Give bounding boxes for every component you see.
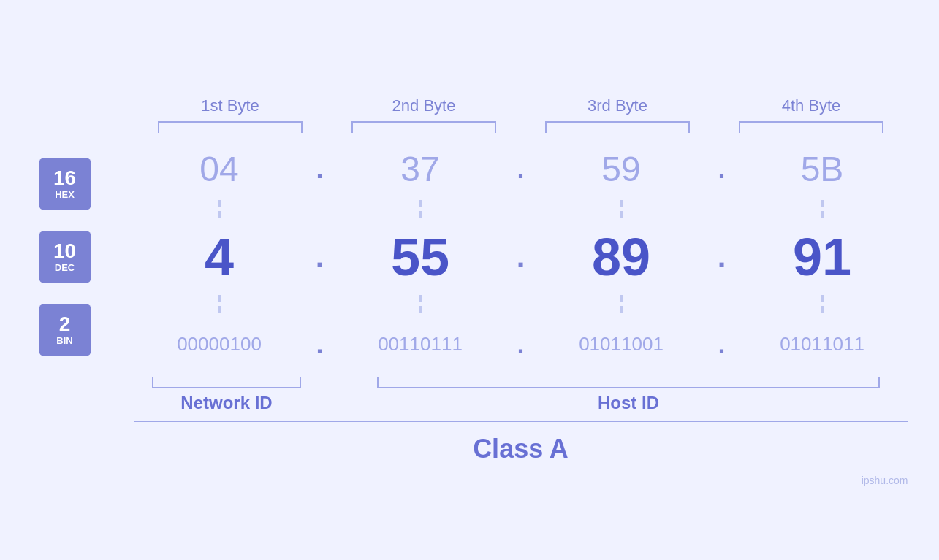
hex-label: HEX	[55, 189, 75, 200]
hex-number: 16	[53, 167, 76, 190]
dec-badge: 10 DEC	[39, 231, 91, 283]
byte-headers: 1st Byte 2nd Byte 3rd Byte 4th Byte	[134, 96, 908, 115]
hex-val2: 37	[400, 150, 439, 188]
dec-dot2: .	[506, 220, 536, 294]
dec-dot1: .	[305, 220, 335, 294]
byte1-header: 1st Byte	[134, 96, 327, 115]
dec-number: 10	[53, 240, 76, 263]
bin-dot1: .	[305, 329, 335, 360]
watermark: ipshu.com	[862, 475, 908, 486]
class-label: Class A	[473, 434, 569, 464]
bin-label: BIN	[56, 335, 72, 346]
values-grid: 04 . 37 . 59 . 5B	[134, 140, 908, 374]
base-labels: 16 HEX 10 DEC 2 BIN	[31, 140, 134, 374]
dec-row: 4 . 55 . 89 . 91	[134, 220, 908, 294]
hex-dot2: .	[506, 154, 536, 185]
bin-val2: 00110111	[378, 333, 463, 355]
dec-val4: 91	[793, 228, 851, 286]
bin-badge: 2 BIN	[39, 304, 91, 356]
bottom-labels: Network ID Host ID	[134, 393, 908, 413]
bin-val4: 01011011	[780, 333, 864, 355]
bottom-brackets	[134, 377, 908, 388]
byte2-header: 2nd Byte	[327, 96, 521, 115]
bin-val3: 01011001	[579, 333, 664, 355]
class-section: Class A	[134, 421, 908, 464]
dec-val2: 55	[391, 228, 449, 286]
hex-dec-separator	[134, 199, 908, 220]
hex-val4: 5B	[801, 150, 844, 188]
dec-dot3: .	[707, 220, 737, 294]
hex-dot1: .	[305, 154, 335, 185]
host-id-label: Host ID	[349, 393, 908, 413]
bin-dot3: .	[707, 329, 737, 360]
byte4-header: 4th Byte	[715, 96, 908, 115]
bin-row: 00000100 . 00110111 . 01011001 . 0101101…	[134, 315, 908, 374]
bin-dot2: .	[506, 329, 536, 360]
dec-val3: 89	[592, 228, 650, 286]
hex-dot3: .	[707, 154, 737, 185]
rows-area: 16 HEX 10 DEC 2 BIN 04 . 37	[31, 140, 908, 374]
dec-bin-separator	[134, 294, 908, 315]
hex-row: 04 . 37 . 59 . 5B	[134, 140, 908, 199]
hex-val3: 59	[601, 150, 640, 188]
bin-val1: 00000100	[177, 333, 262, 355]
bottom-area: Network ID Host ID	[134, 377, 908, 413]
dec-label: DEC	[55, 262, 75, 273]
bin-number: 2	[59, 313, 71, 336]
hex-badge: 16 HEX	[39, 158, 91, 210]
top-brackets	[134, 121, 908, 133]
hex-val1: 04	[199, 150, 238, 188]
byte3-header: 3rd Byte	[521, 96, 715, 115]
dec-val1: 4	[205, 228, 234, 286]
network-id-label: Network ID	[134, 393, 320, 413]
